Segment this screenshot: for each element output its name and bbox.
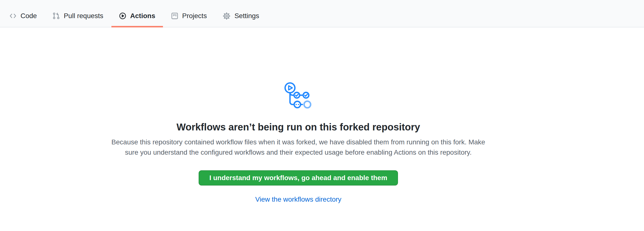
view-workflows-directory-link[interactable]: View the workflows directory — [255, 194, 342, 204]
description-line-2: sure you understand the configured workf… — [0, 147, 596, 158]
workflow-graph-icon — [281, 80, 316, 114]
blankslate-heading: Workflows aren’t being run on this forke… — [0, 121, 596, 133]
enable-workflows-button[interactable]: I understand my workflows, go ahead and … — [198, 170, 398, 185]
tab-label: Projects — [182, 13, 207, 19]
tab-projects[interactable]: Projects — [164, 0, 214, 27]
tab-label: Pull requests — [64, 13, 103, 19]
project-board-icon — [171, 12, 178, 20]
play-circle-icon — [119, 12, 126, 20]
gear-icon — [222, 12, 231, 20]
code-icon — [9, 12, 16, 20]
tab-code[interactable]: Code — [2, 0, 44, 27]
pull-request-icon — [52, 12, 60, 20]
tab-label: Actions — [130, 13, 156, 19]
tab-label: Settings — [234, 13, 259, 19]
tab-actions[interactable]: Actions — [112, 0, 163, 27]
tab-pull-requests[interactable]: Pull requests — [45, 0, 111, 27]
actions-blankslate: Workflows aren’t being run on this forke… — [0, 80, 596, 204]
tab-settings[interactable]: Settings — [215, 0, 267, 27]
blankslate-description: Because this repository contained workfl… — [0, 137, 596, 158]
repo-tab-nav: Code Pull requests Actions — [0, 0, 644, 28]
description-line-1: Because this repository contained workfl… — [0, 137, 596, 147]
tab-label: Code — [20, 13, 37, 19]
